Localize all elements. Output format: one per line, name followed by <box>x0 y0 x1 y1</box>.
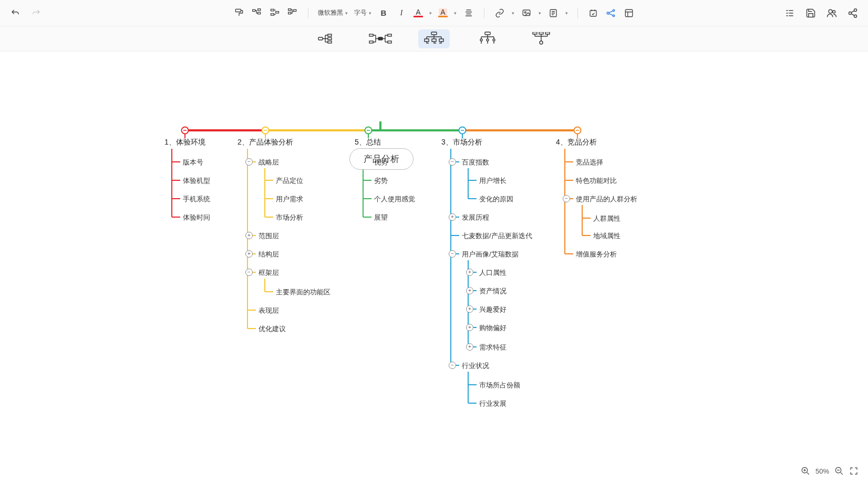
mindmap-canvas[interactable]: 产品分析 1、体验环境 2、产品体验分析 5、总结 3、市场分析 4、竞品分析 … <box>0 52 868 482</box>
format-painter-icon[interactable] <box>233 7 245 19</box>
node[interactable]: 结构层 <box>259 250 279 259</box>
node[interactable]: 用户画像/艾瑞数据 <box>462 250 519 259</box>
branch-title-3[interactable]: 5、总结 <box>355 138 381 147</box>
italic-button[interactable]: I <box>396 7 407 19</box>
toggle-collapse[interactable]: − <box>449 158 456 166</box>
branch-title-4[interactable]: 3、市场分析 <box>441 138 482 147</box>
svg-point-22 <box>854 15 857 17</box>
toggle-expand[interactable]: + <box>466 287 473 294</box>
insert-sibling-icon[interactable] <box>269 7 281 19</box>
svg-point-37 <box>480 39 482 41</box>
branch-title-5[interactable]: 4、竞品分析 <box>556 138 597 147</box>
layout-button[interactable] <box>623 7 635 19</box>
insert-child-icon[interactable] <box>251 7 263 19</box>
node[interactable]: 行业状况 <box>462 361 489 371</box>
toggle-collapse[interactable]: − <box>449 362 456 369</box>
note-button[interactable] <box>547 7 559 19</box>
toggle-expand[interactable]: + <box>245 232 253 239</box>
zoom-in-button[interactable] <box>801 466 810 476</box>
node[interactable]: 增值服务分析 <box>576 250 617 259</box>
caret-down-icon[interactable]: ▾ <box>512 11 514 16</box>
caret-down-icon[interactable]: ▾ <box>429 11 432 16</box>
svg-point-19 <box>833 11 835 13</box>
branch-title-2[interactable]: 2、产品体验分析 <box>237 138 293 147</box>
structure-both-sides-button[interactable] <box>365 29 396 48</box>
node[interactable]: 市场分析 <box>276 213 303 222</box>
node[interactable]: 兴趣爱好 <box>479 305 507 314</box>
toggle-collapse[interactable]: − <box>245 158 253 166</box>
toggle-expand[interactable]: + <box>466 324 473 331</box>
toggle-expand[interactable]: + <box>466 269 473 276</box>
fullscreen-button[interactable] <box>849 466 859 476</box>
node[interactable]: 发展历程 <box>462 213 489 222</box>
font-color-button[interactable]: A <box>414 8 423 17</box>
node[interactable]: 行业发展 <box>479 399 507 408</box>
toggle-expand[interactable]: + <box>466 305 473 313</box>
node[interactable]: 范围层 <box>259 231 279 241</box>
node[interactable]: 产品定位 <box>276 176 303 186</box>
node[interactable]: 表现层 <box>259 306 279 315</box>
node[interactable]: 个人使用感觉 <box>374 194 415 204</box>
node[interactable]: 优势 <box>374 158 388 167</box>
outline-button[interactable] <box>784 7 795 19</box>
svg-rect-28 <box>369 34 373 36</box>
align-button[interactable] <box>463 7 474 19</box>
node[interactable]: 百度指数 <box>462 158 489 167</box>
node[interactable]: 框架层 <box>259 268 279 278</box>
caret-down-icon[interactable]: ▾ <box>539 11 541 16</box>
node[interactable]: 使用产品的人群分析 <box>576 194 637 204</box>
toggle-collapse[interactable]: − <box>563 195 570 202</box>
node[interactable]: 手机系统 <box>183 194 210 204</box>
node[interactable]: 地域属性 <box>593 231 621 241</box>
structure-org-chart-button[interactable] <box>418 29 450 48</box>
structure-fishbone-button[interactable] <box>525 29 557 48</box>
structure-right-tree-button[interactable] <box>311 29 343 48</box>
toggle-expand[interactable]: + <box>466 343 473 351</box>
collaborators-button[interactable] <box>826 7 838 19</box>
node[interactable]: 需求特征 <box>479 343 507 352</box>
toggle-expand[interactable]: + <box>245 250 253 258</box>
toggle-collapse[interactable]: − <box>449 250 456 258</box>
node[interactable]: 竞品选择 <box>576 158 603 167</box>
undo-button[interactable] <box>9 7 21 19</box>
redo-button[interactable] <box>30 7 42 19</box>
node[interactable]: 主要界面的功能区 <box>276 288 330 297</box>
insert-parent-icon[interactable] <box>287 7 298 19</box>
node[interactable]: 市场所占份额 <box>479 381 520 390</box>
node[interactable]: 劣势 <box>374 176 388 186</box>
share-button[interactable] <box>847 7 859 19</box>
zoom-out-button[interactable] <box>834 466 844 476</box>
node[interactable]: 七麦数据/产品更新迭代 <box>462 231 532 241</box>
branch-title-1[interactable]: 1、体验环境 <box>164 138 205 147</box>
zoom-percent-label[interactable]: 50% <box>815 467 829 475</box>
image-button[interactable] <box>521 7 532 19</box>
task-button[interactable] <box>587 7 599 19</box>
font-family-selector[interactable]: 微软雅黑 ▾ <box>318 8 348 17</box>
node[interactable]: 体验时间 <box>183 213 210 222</box>
node[interactable]: 用户需求 <box>276 194 303 204</box>
save-button[interactable] <box>805 7 817 19</box>
toggle-collapse[interactable]: − <box>245 269 253 276</box>
caret-down-icon[interactable]: ▾ <box>565 11 568 16</box>
node[interactable]: 用户增长 <box>479 176 507 186</box>
structure-tree-down-button[interactable] <box>472 29 503 48</box>
fill-color-button[interactable]: A <box>438 8 448 17</box>
node[interactable]: 版本号 <box>183 158 203 167</box>
svg-point-20 <box>854 8 857 11</box>
link-button[interactable] <box>494 7 505 19</box>
node[interactable]: 人口属性 <box>479 268 507 278</box>
node[interactable]: 资产情况 <box>479 286 507 296</box>
node[interactable]: 战略层 <box>259 158 279 167</box>
font-size-selector[interactable]: 字号 ▾ <box>354 8 371 17</box>
node[interactable]: 变化的原因 <box>479 194 513 204</box>
node[interactable]: 优化建议 <box>259 324 286 334</box>
toggle-expand[interactable]: + <box>449 213 456 221</box>
bold-button[interactable]: B <box>378 7 389 19</box>
node[interactable]: 特色功能对比 <box>576 176 617 186</box>
node[interactable]: 人群属性 <box>593 214 621 223</box>
mindmap-mode-button[interactable] <box>605 7 617 19</box>
node[interactable]: 展望 <box>374 213 388 222</box>
caret-down-icon[interactable]: ▾ <box>454 11 457 16</box>
node[interactable]: 体验机型 <box>183 176 210 186</box>
node[interactable]: 购物偏好 <box>479 323 507 333</box>
